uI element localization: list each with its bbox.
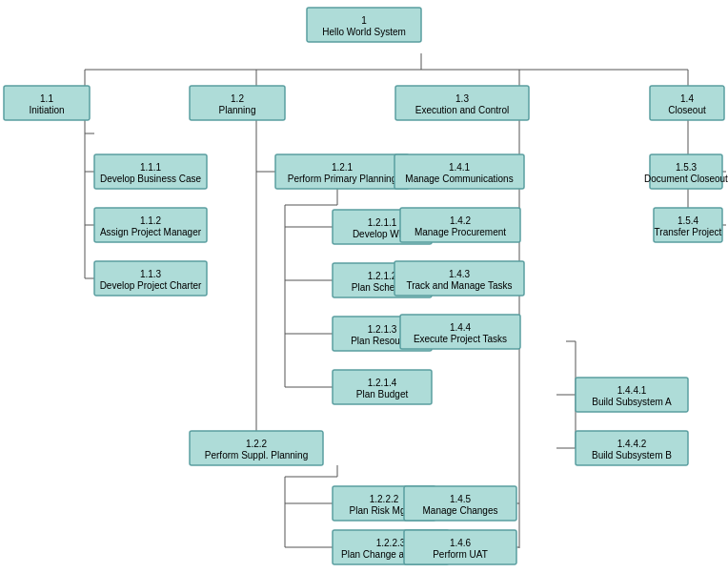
svg-text:Assign Project Manager: Assign Project Manager	[100, 227, 202, 237]
svg-text:Transfer Project: Transfer Project	[655, 227, 722, 237]
svg-text:Build Subsystem A: Build Subsystem A	[592, 397, 672, 407]
svg-text:1.4.6: 1.4.6	[450, 538, 472, 548]
svg-text:Perform UAT: Perform UAT	[433, 549, 488, 560]
wbs-diagram: 1 Hello World System 1.1 Initiation 1.2 …	[0, 0, 728, 573]
svg-text:Perform Suppl. Planning: Perform Suppl. Planning	[205, 450, 308, 460]
node-1-4-4-2: 1.4.4.2 Build Subsystem B	[576, 431, 688, 465]
svg-text:Execution and Control: Execution and Control	[415, 105, 509, 115]
svg-text:1.4.2: 1.4.2	[450, 215, 472, 226]
node-1-2-1: 1.2.1 Perform Primary Planning	[275, 154, 409, 189]
svg-text:1.2: 1.2	[231, 93, 244, 104]
svg-text:Planning: Planning	[219, 105, 256, 115]
node-1-4-2: 1.4.2 Manage Procurement	[400, 208, 520, 242]
svg-text:1.1.1: 1.1.1	[140, 162, 162, 173]
svg-text:1.4.4: 1.4.4	[450, 322, 472, 333]
svg-text:Hello World System: Hello World System	[322, 27, 406, 37]
svg-text:1.1.2: 1.1.2	[140, 215, 162, 226]
svg-text:1.4.3: 1.4.3	[449, 269, 471, 279]
svg-text:1.4: 1.4	[680, 93, 694, 104]
svg-text:Track and Manage Tasks: Track and Manage Tasks	[406, 280, 512, 291]
svg-text:1.2.1.2: 1.2.1.2	[368, 271, 397, 281]
svg-text:1.2.2.2: 1.2.2.2	[370, 494, 399, 504]
node-1-1-2: 1.1.2 Assign Project Manager	[94, 208, 207, 242]
node-1-5-4: 1.5.4 Transfer Project	[654, 208, 722, 242]
svg-text:Manage Changes: Manage Changes	[423, 505, 498, 516]
node-root: 1 Hello World System	[307, 8, 421, 42]
node-1-1: 1.1 Initiation	[4, 86, 90, 120]
node-1-1-1: 1.1.1 Develop Business Case	[94, 154, 207, 189]
node-1-4-4: 1.4.4 Execute Project Tasks	[400, 315, 520, 349]
node-1-2-2: 1.2.2 Perform Suppl. Planning	[190, 431, 323, 465]
svg-text:Document Closeout: Document Closeout	[644, 174, 728, 184]
svg-text:Closeout: Closeout	[668, 105, 706, 115]
node-1-4-1: 1.4.1 Manage Communications	[394, 154, 524, 189]
svg-text:Initiation: Initiation	[29, 105, 64, 115]
svg-text:1.2.1.3: 1.2.1.3	[368, 324, 397, 335]
node-1-4-6: 1.4.6 Perform UAT	[404, 530, 516, 564]
svg-text:Develop Project Charter: Develop Project Charter	[100, 280, 202, 291]
node-1-4: 1.4 Closeout	[650, 86, 724, 120]
svg-text:1.2.1: 1.2.1	[332, 162, 354, 173]
svg-text:1.1: 1.1	[40, 93, 53, 104]
svg-text:1.3: 1.3	[455, 93, 469, 104]
svg-text:1.1.3: 1.1.3	[140, 269, 162, 279]
svg-text:1.4.1: 1.4.1	[449, 162, 471, 173]
svg-text:1.5.4: 1.5.4	[677, 215, 699, 226]
svg-text:1.5.3: 1.5.3	[676, 162, 698, 173]
svg-text:1.2.1.4: 1.2.1.4	[368, 378, 397, 388]
node-1-5-3: 1.5.3 Document Closeout	[644, 154, 728, 189]
node-1-4-3: 1.4.3 Track and Manage Tasks	[394, 261, 524, 296]
svg-text:1.2.2.3: 1.2.2.3	[376, 538, 406, 548]
node-1-4-4-1: 1.4.4.1 Build Subsystem A	[576, 378, 688, 412]
svg-text:1: 1	[361, 15, 367, 26]
node-1-2-1-4: 1.2.1.4 Plan Budget	[333, 370, 432, 404]
svg-text:1.2.2: 1.2.2	[246, 439, 268, 449]
svg-text:Build Subsystem B: Build Subsystem B	[592, 450, 672, 460]
node-1-3: 1.3 Execution and Control	[395, 86, 529, 120]
svg-text:1.2.1.1: 1.2.1.1	[368, 217, 397, 228]
svg-text:Manage Procurement: Manage Procurement	[415, 227, 506, 237]
svg-text:1.4.4.2: 1.4.4.2	[617, 439, 647, 449]
node-1-4-5: 1.4.5 Manage Changes	[404, 486, 516, 521]
node-1-1-3: 1.1.3 Develop Project Charter	[94, 261, 207, 296]
svg-text:Perform Primary Planning: Perform Primary Planning	[288, 174, 396, 184]
node-1-2: 1.2 Planning	[190, 86, 285, 120]
svg-text:Plan Budget: Plan Budget	[356, 389, 409, 399]
svg-text:Develop Business Case: Develop Business Case	[100, 174, 202, 184]
svg-text:Manage Communications: Manage Communications	[405, 174, 513, 184]
svg-text:1.4.5: 1.4.5	[450, 494, 472, 504]
svg-text:Execute Project Tasks: Execute Project Tasks	[414, 334, 507, 344]
svg-text:1.4.4.1: 1.4.4.1	[617, 385, 647, 396]
